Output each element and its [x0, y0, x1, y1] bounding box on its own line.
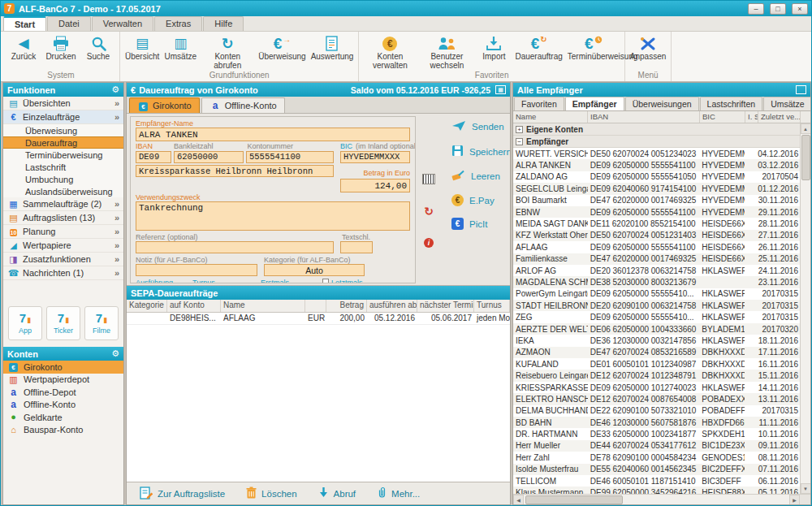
column-header[interactable] — [305, 300, 326, 312]
scroll-down-icon[interactable]: ▼ — [801, 483, 811, 494]
column-header[interactable]: Turnus — [474, 300, 510, 312]
note-input[interactable] — [136, 264, 257, 276]
loeschen-button[interactable]: Löschen — [246, 487, 296, 500]
recipient-row[interactable]: BD BAHN DE46 12030000 5607581876 HBXDFD6… — [513, 417, 800, 428]
recipients-tab[interactable]: Überweisungen — [625, 97, 699, 110]
recipient-row[interactable]: MAGDALENA SCHMA... DE38 52030000 8003213… — [513, 276, 800, 288]
konto-item[interactable]: Bauspar-Konto — [3, 424, 123, 437]
recipient-row[interactable]: STADT HEILBRONN DE20 62090100 0063214758… — [513, 300, 800, 311]
column-header[interactable]: BIC — [700, 111, 745, 123]
recipient-row[interactable]: EBNW DE09 62050000 5555541100 HYVEDEMM..… — [513, 206, 800, 218]
auswertung-button[interactable]: Auswertung — [309, 33, 356, 63]
horizontal-scrollbar[interactable]: ◀ ▶ — [513, 494, 810, 504]
recipient-row[interactable]: ZALDANO AG DE09 62050000 5555541050 HYVE… — [513, 171, 800, 183]
amount-input[interactable]: 124,00 — [340, 179, 410, 192]
funktionen-subitem[interactable]: Dauerauftrag — [3, 136, 123, 149]
app-shortcut-button[interactable]: 7 App — [8, 306, 42, 340]
senden-button[interactable]: Senden — [451, 120, 511, 133]
terminueberweisung-button[interactable]: € Terminüberweisung — [565, 33, 622, 63]
suche-button[interactable]: Suche — [80, 33, 117, 63]
recipient-row[interactable]: ELEKTRO HANSCH DE12 62070024 0087654008 … — [513, 393, 800, 404]
column-header[interactable]: Betrag — [326, 300, 367, 312]
account-tab[interactable]: Girokonto — [129, 97, 200, 113]
recipient-row[interactable]: WURETT. VERSICH... DE50 62070024 0051234… — [513, 148, 800, 159]
menu-tab[interactable]: Hilfe — [203, 16, 244, 31]
scroll-left-icon[interactable]: ◀ — [513, 495, 524, 505]
konto-item[interactable]: Wertpapierdepot — [3, 374, 123, 387]
recipient-row[interactable]: Herr Mueller DE44 62070024 0534177612 BI… — [513, 440, 800, 452]
column-header[interactable]: I. S. — [745, 111, 758, 123]
recipient-row[interactable]: Reisebuero Leingaren DE12 62070024 10123… — [513, 370, 800, 381]
zur-auftragsliste-button[interactable]: Zur Auftragsliste — [140, 487, 225, 501]
recipient-row[interactable]: Klaus Mustermann DE99 62050000 345296421… — [513, 487, 800, 494]
gear-icon[interactable]: ⚙ — [111, 348, 119, 359]
textkey-input[interactable] — [340, 241, 373, 253]
recipient-row[interactable]: IEKA DE36 12030000 0032147856 HKLASWEF..… — [513, 335, 800, 346]
menu-tab[interactable]: Datei — [47, 16, 91, 31]
recipient-input[interactable]: ALRA TANKEN — [136, 128, 410, 141]
iban-country-input[interactable]: DE09 — [136, 151, 171, 163]
recipient-row[interactable]: TELLICOM DE46 60050101 1187151410 BIC3DE… — [513, 475, 800, 487]
konten-abrufen-button[interactable]: ↻ Konten abrufen — [199, 33, 256, 71]
recipients-tab[interactable]: Empfänger — [565, 97, 624, 110]
purpose-input[interactable]: Tankrechnung — [136, 201, 410, 231]
konten-verwalten-button[interactable]: € Konten verwalten — [361, 33, 418, 71]
recipient-row[interactable]: DELMA BUCHHAND... DE22 62090100 50733210… — [513, 405, 800, 417]
recipients-tab[interactable]: Lastschriften — [700, 97, 763, 110]
konto-item[interactable]: Girokonto — [3, 361, 123, 374]
funktionen-item[interactable]: Übersichten » — [3, 97, 123, 110]
recipient-row[interactable]: KUFALAND DE01 60050101 1012340987 DBKHXX… — [513, 358, 800, 370]
recipients-tab[interactable]: Favoriten — [514, 97, 564, 110]
recipient-row[interactable]: PowerGym Leingarten DE09 62050000 555554… — [513, 288, 800, 300]
funktionen-item[interactable]: Planung » — [3, 225, 123, 239]
recipient-row[interactable]: Herr Zahl DE78 62090100 0004584234 GENOD… — [513, 452, 800, 463]
funktionen-item[interactable]: Auftragslisten (13) » — [3, 211, 123, 225]
funktionen-item[interactable]: Einzelaufträge » — [3, 110, 123, 124]
scroll-up-icon[interactable]: ▲ — [801, 123, 811, 134]
collapse-icon[interactable]: − — [516, 138, 523, 145]
column-header[interactable]: auf Konto — [167, 300, 221, 312]
funktionen-subitem[interactable]: Lastschrift — [3, 161, 123, 173]
column-header[interactable]: nächster Termin — [417, 300, 474, 312]
anpassen-button[interactable]: Anpassen — [628, 33, 668, 63]
menu-tab[interactable]: Start — [3, 16, 46, 31]
funktionen-subitem[interactable]: Umbuchung — [3, 173, 123, 185]
epay-button[interactable]: € E.Pay — [451, 194, 511, 206]
iban-blz-input[interactable]: 62050000 — [174, 151, 244, 163]
benutzer-wechseln-button[interactable]: Benutzer wechseln — [418, 33, 475, 71]
scrollbar-thumb[interactable] — [801, 135, 810, 180]
recipient-row[interactable]: KFZ Werkstatt Oherin... DE50 62070024 00… — [513, 230, 800, 241]
recipient-row[interactable]: MEIDA SAGT DANKE DE11 62020100 855215410… — [513, 218, 800, 229]
recipient-row[interactable]: AERZTE DER WELT DE06 62050000 1004333660… — [513, 323, 800, 335]
recipient-row[interactable]: ALRA TANKEN DE09 62050000 5555541100 HYV… — [513, 159, 800, 171]
scroll-right-icon[interactable]: ▶ — [789, 495, 800, 505]
konto-item[interactable]: Geldkarte — [3, 411, 123, 424]
account-tab[interactable]: Offline-Konto — [201, 97, 285, 113]
konto-item[interactable]: Offline-Depot — [3, 386, 123, 399]
drucken-button[interactable]: Drucken — [42, 33, 80, 63]
ueberweisung-button[interactable]: €→ Überweisung — [256, 33, 308, 63]
reset-purpose-icon[interactable]: ↻ — [424, 205, 434, 217]
column-header[interactable]: ausführen ab — [367, 300, 417, 312]
funktionen-item[interactable]: Nachrichten (1) » — [3, 266, 123, 280]
column-header[interactable]: IBAN — [588, 111, 700, 123]
recipient-row[interactable]: AZMAON DE47 62070024 0853216589 DBKHXXXD… — [513, 347, 800, 358]
funktionen-item[interactable]: Wertpapiere » — [3, 239, 123, 253]
recipient-row[interactable]: Familienkasse DE47 62020000 0017469325 H… — [513, 253, 800, 265]
column-header[interactable]: Kategorie — [127, 300, 167, 312]
funktionen-subitem[interactable]: Auslandsüberweisung — [3, 185, 123, 197]
minimize-button[interactable]: – — [748, 3, 764, 15]
recipient-row[interactable]: ARLOF AG DE20 36012378 0063214758 HKLASW… — [513, 265, 800, 276]
iban-account-input[interactable]: 5555541100 — [246, 151, 334, 163]
recipient-row[interactable]: AFLAAG DE09 62050000 5555541100 HEISDE66… — [513, 241, 800, 253]
group-row-recipients[interactable]: − Empfänger — [513, 136, 800, 148]
recipient-row[interactable]: BOI Baumarkt DE47 62020000 0017469325 HY… — [513, 195, 800, 206]
recipient-row[interactable]: ZEG DE09 62050000 55555410... HKLASWEF..… — [513, 311, 800, 322]
column-header[interactable]: Name — [513, 111, 588, 123]
column-header[interactable]: Name — [221, 300, 305, 312]
menu-tab[interactable]: Extras — [154, 16, 202, 31]
recipient-row[interactable]: DR. HARTMANN DE33 62050000 1002341877 SP… — [513, 428, 800, 439]
uebersicht-button[interactable]: ▤ Übersicht — [123, 33, 162, 63]
speichern-button[interactable]: Speichern — [451, 145, 511, 158]
scrollbar-thumb[interactable] — [525, 495, 623, 504]
